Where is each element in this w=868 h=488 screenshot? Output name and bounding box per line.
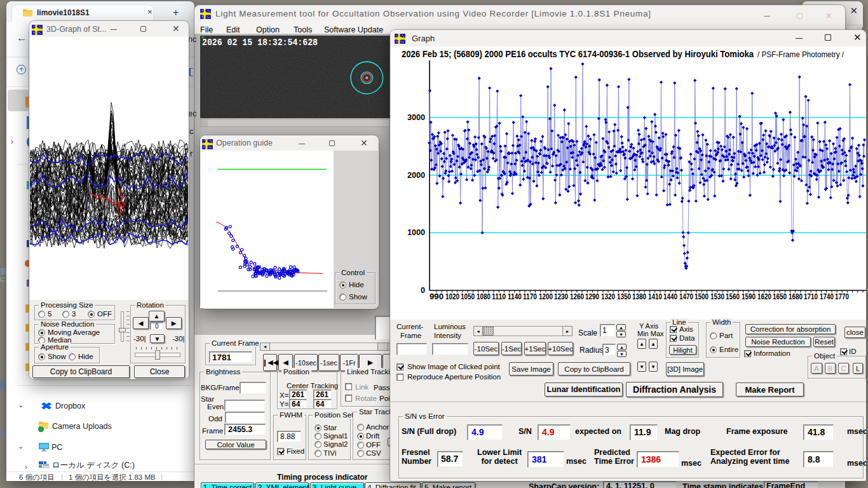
svg-text:1530: 1530 xyxy=(710,292,724,301)
svg-text:0: 0 xyxy=(421,286,425,295)
svg-text:1440: 1440 xyxy=(663,292,677,301)
svg-text:1770: 1770 xyxy=(835,292,849,301)
svg-text:1650: 1650 xyxy=(773,292,787,301)
svg-text:1590: 1590 xyxy=(742,292,756,301)
svg-text:1200: 1200 xyxy=(539,292,553,301)
svg-text:1320: 1320 xyxy=(601,292,615,301)
svg-text:1680: 1680 xyxy=(789,292,803,301)
svg-text:1470: 1470 xyxy=(679,292,693,301)
svg-text:2026 Feb 15; (56809) 2000 PE16: 2026 Feb 15; (56809) 2000 PE16 occults T… xyxy=(402,49,754,59)
svg-text:1560: 1560 xyxy=(726,292,740,301)
svg-text:1000: 1000 xyxy=(407,228,425,237)
svg-text:1290: 1290 xyxy=(585,292,599,301)
svg-text:990: 990 xyxy=(430,292,444,301)
svg-text:1620: 1620 xyxy=(757,292,771,301)
svg-text:1260: 1260 xyxy=(570,292,584,301)
svg-text:1380: 1380 xyxy=(632,292,646,301)
svg-text:1230: 1230 xyxy=(554,292,568,301)
svg-text:1710: 1710 xyxy=(804,292,818,301)
svg-text:1410: 1410 xyxy=(648,292,662,301)
svg-text:1500: 1500 xyxy=(695,292,709,301)
svg-text:1740: 1740 xyxy=(820,292,834,301)
svg-text:1080: 1080 xyxy=(477,292,491,301)
svg-text:1050: 1050 xyxy=(461,292,475,301)
svg-text:1140: 1140 xyxy=(508,292,522,301)
svg-text:/ PSF-Frame Photometry /: / PSF-Frame Photometry / xyxy=(757,50,844,59)
svg-text:2000: 2000 xyxy=(407,171,425,180)
svg-text:1350: 1350 xyxy=(617,292,631,301)
svg-text:3000: 3000 xyxy=(407,113,425,122)
svg-text:2026 02 15 18:32:54:628: 2026 02 15 18:32:54:628 xyxy=(202,37,318,48)
svg-text:1170: 1170 xyxy=(523,292,537,301)
svg-text:1110: 1110 xyxy=(492,292,506,301)
svg-text:1020: 1020 xyxy=(445,292,459,301)
